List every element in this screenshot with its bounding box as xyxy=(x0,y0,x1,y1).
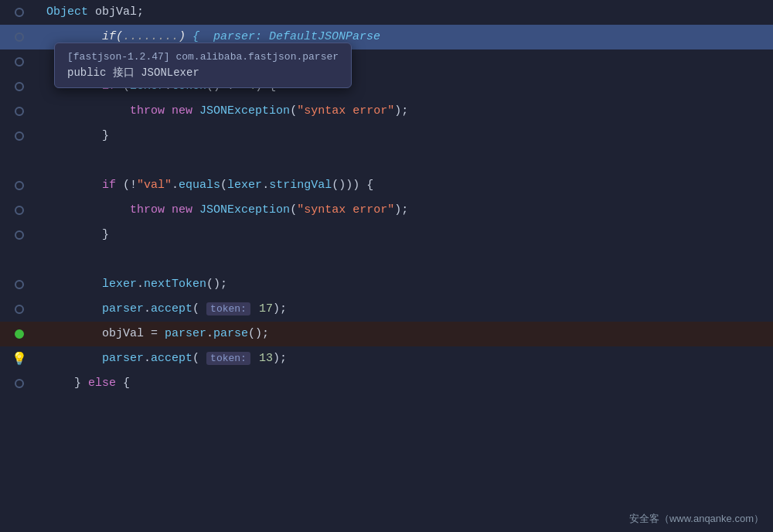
code-line: } xyxy=(0,223,773,247)
code-line-blank xyxy=(0,148,773,173)
line-gutter xyxy=(0,280,39,289)
code-content: throw new JSONException("syntax error"); xyxy=(39,99,773,124)
code-content: Object objVal; xyxy=(39,0,773,25)
line-gutter xyxy=(0,8,39,17)
gutter-dot xyxy=(15,131,24,141)
lightbulb-icon[interactable]: 💡 xyxy=(12,351,27,367)
code-content xyxy=(39,247,773,272)
line-gutter xyxy=(0,107,39,116)
code-content: } xyxy=(39,223,773,247)
code-content: if (!"val".equals(lexer.stringVal())) { xyxy=(39,173,773,198)
line-gutter xyxy=(0,206,39,215)
code-line: parser.accept( token: 17); xyxy=(0,297,773,322)
code-editor: Object objVal; if(........) { parser: De… xyxy=(0,0,773,532)
code-line: throw new JSONException("syntax error"); xyxy=(0,198,773,223)
gutter-dot xyxy=(15,280,24,289)
line-gutter xyxy=(0,379,39,388)
code-line: if (!"val".equals(lexer.stringVal())) { xyxy=(0,173,773,198)
code-line-highlighted: objVal = parser.parse(); xyxy=(0,322,773,346)
line-gutter xyxy=(0,82,39,91)
code-line: throw new JSONException("syntax error"); xyxy=(0,99,773,124)
code-content: parser.accept( token: 13); xyxy=(39,346,773,371)
code-line: } else { xyxy=(0,371,773,396)
gutter-dot xyxy=(15,82,24,91)
line-gutter xyxy=(0,230,39,240)
gutter-dot xyxy=(15,57,24,66)
code-line-blank xyxy=(0,247,773,272)
gutter-dot-green xyxy=(15,329,24,339)
gutter-dot xyxy=(15,107,24,116)
line-gutter xyxy=(0,181,39,190)
gutter-dot xyxy=(15,8,24,17)
code-line: 💡 parser.accept( token: 13); xyxy=(0,346,773,371)
gutter-dot xyxy=(15,206,24,215)
tooltip-line2: public 接口 JSONLexer xyxy=(67,66,339,80)
code-line: } xyxy=(0,124,773,148)
gutter-dot xyxy=(15,379,24,388)
line-gutter xyxy=(0,131,39,141)
code-content xyxy=(39,148,773,173)
gutter-dot xyxy=(15,32,24,42)
code-line: lexer.nextToken(); xyxy=(0,272,773,297)
line-gutter: 💡 xyxy=(0,351,39,367)
gutter-dot xyxy=(15,305,24,314)
gutter-dot xyxy=(15,181,24,190)
line-gutter xyxy=(0,329,39,339)
code-content: objVal = parser.parse(); xyxy=(39,322,773,346)
code-content: throw new JSONException("syntax error"); xyxy=(39,198,773,223)
line-gutter xyxy=(0,32,39,42)
watermark: 安全客（www.anqanke.com） xyxy=(629,512,764,526)
line-gutter xyxy=(0,305,39,314)
gutter-dot xyxy=(15,230,24,240)
line-gutter xyxy=(0,57,39,66)
code-content: } else { xyxy=(39,371,773,396)
code-content: parser.accept( token: 17); xyxy=(39,297,773,322)
code-content: } xyxy=(39,124,773,148)
tooltip: [fastjson-1.2.47] com.alibaba.fastjson.p… xyxy=(54,43,352,88)
code-content: lexer.nextToken(); xyxy=(39,272,773,297)
code-line: Object objVal; xyxy=(0,0,773,25)
tooltip-line1: [fastjson-1.2.47] com.alibaba.fastjson.p… xyxy=(67,51,339,63)
